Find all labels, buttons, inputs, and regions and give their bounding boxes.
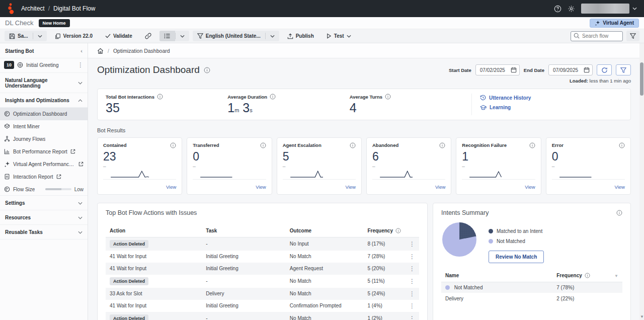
funnel-icon [630,33,636,39]
breadcrumb-page: Optimization Dashboard [113,48,170,54]
scrollbar-down-arrow[interactable]: ▼ [640,314,644,319]
flow-title-bar: DL Check New Home Virtual Agent [0,17,644,29]
info-icon[interactable] [395,228,401,233]
col-task[interactable]: Task [202,224,286,237]
info-icon[interactable] [439,142,445,148]
sidebar-item-virtual-agent-performance-report[interactable]: Virtual Agent Performance Report [0,158,88,171]
dashboard-content: Optimization Dashboard Start Date End Da… [88,58,644,320]
kebab-menu-icon[interactable]: ⋮ [77,61,84,68]
info-icon[interactable] [385,94,391,100]
home-icon[interactable] [97,48,104,54]
table-row[interactable]: Action Deleted - No Match 5 (11%) ⋮ [106,275,419,288]
version-button[interactable]: Version 22.0 [50,29,97,43]
info-icon[interactable] [260,142,266,148]
check-icon [105,34,111,38]
table-row[interactable]: 41 Wait for Input Initial Greeting Confi… [106,300,419,312]
calendar-icon[interactable] [584,67,590,73]
col-action[interactable]: Action [106,224,202,237]
sidebar-item-optimization-dashboard[interactable]: Optimization Dashboard [0,108,88,120]
user-name-placeholder [581,4,629,14]
learning-link[interactable]: Learning [480,105,622,110]
save-button[interactable]: Sa... [5,31,33,41]
table-row[interactable]: 33 Ask for Slot Delivery No Match 5 (24%… [106,288,419,300]
start-date-label: Start Date [449,67,471,73]
refresh-button[interactable] [597,64,612,75]
settings-gear-icon[interactable] [568,5,575,13]
col-frequency[interactable]: Frequency [552,269,610,282]
info-icon[interactable] [157,94,163,100]
node-count-badge: 10 [4,61,14,69]
info-icon[interactable] [204,67,210,73]
collapse-sidebar-icon[interactable]: ‹ [80,48,83,54]
table-row[interactable]: Not Matched 7 (78%) [441,282,622,293]
publish-button[interactable]: Publish [283,29,318,43]
breadcrumb: / Optimization Dashboard [88,43,644,58]
language-menu-button[interactable] [266,31,279,41]
kebab-menu-icon[interactable]: ⋮ [409,315,415,320]
kebab-menu-icon[interactable]: ⋮ [409,278,415,285]
review-no-match-button[interactable]: Review No Match [489,251,544,263]
section-nlu[interactable]: Natural Language Understanding [0,73,88,93]
dashboard-filter-button[interactable] [616,64,631,75]
calendar-icon[interactable] [511,67,517,73]
info-icon[interactable] [350,142,356,148]
view-link[interactable]: View [435,184,445,190]
info-icon[interactable] [616,210,622,216]
view-link[interactable]: View [346,184,356,190]
info-icon[interactable] [170,142,176,148]
section-resources[interactable]: Resources [0,210,88,225]
view-link[interactable]: View [615,184,625,190]
table-row[interactable]: Delivery 2 (22%) [441,293,622,304]
flow-size-value: Low [74,187,84,192]
result-card-error: Error 0 – View [546,137,631,195]
app-name[interactable]: Architect [21,5,45,12]
col-name[interactable]: Name [441,269,552,282]
info-icon[interactable] [619,142,625,148]
view-link[interactable]: View [256,184,266,190]
kebab-menu-icon[interactable]: ⋮ [409,253,415,260]
section-settings[interactable]: Settings [0,196,88,210]
scrollbar-thumb[interactable] [640,62,643,96]
actions-panel-title: Top Bot Flow Actions with Issues [106,209,419,216]
kebab-menu-icon[interactable]: ⋮ [409,290,415,297]
kebab-menu-icon[interactable]: ⋮ [409,241,415,248]
kebab-menu-icon[interactable]: ⋮ [409,302,415,309]
table-row[interactable]: Action Deleted - No Input 8 (17%) ⋮ [106,237,419,251]
table-row[interactable]: 41 Wait for Input Initial Greeting No Ma… [106,251,419,263]
user-menu[interactable] [581,4,637,14]
save-menu-button[interactable] [33,31,47,41]
info-icon[interactable] [270,94,276,100]
sidebar-item-bot-performance-report[interactable]: Bot Performance Report [0,145,88,158]
intent-miner-icon [4,123,10,129]
table-row[interactable]: 41 Wait for Input Initial Greeting Agent… [106,263,419,275]
language-button[interactable]: English (United State... [193,31,265,41]
utterance-history-link[interactable]: Utterance History [480,95,622,101]
chevron-down-icon [632,7,637,10]
view-link[interactable]: View [525,184,535,190]
sidebar-item-flow-size[interactable]: Flow Size Low [0,183,88,196]
table-row[interactable]: Action Deleted - No Match 1 (2%) ⋮ [106,312,419,320]
sort-icon[interactable]: ▼ [614,274,618,278]
action-deleted-badge: Action Deleted [110,277,148,285]
section-insights[interactable]: Insights and Optimizations [0,93,88,108]
vertical-scrollbar[interactable]: ▼ [639,43,644,320]
outline-view-button[interactable] [159,31,175,41]
test-button[interactable]: Test [322,29,356,43]
help-icon[interactable] [554,5,561,13]
info-icon[interactable] [529,142,535,148]
validate-button[interactable]: Validate [101,29,137,43]
virtual-agent-button[interactable]: Virtual Agent [590,19,639,28]
sidebar-item-interaction-report[interactable]: Interaction Report [0,171,88,183]
link-button[interactable] [140,29,156,43]
kebab-menu-icon[interactable]: ⋮ [409,265,415,272]
section-reusable-tasks[interactable]: Reusable Tasks [0,225,88,239]
sidebar-item-initial-greeting[interactable]: 10 Initial Greeting ⋮ [0,58,88,73]
col-outcome[interactable]: Outcome [286,224,364,237]
outline-menu-button[interactable] [176,31,189,41]
flow-filter-button[interactable] [626,31,639,41]
col-frequency[interactable]: Frequency [363,224,405,237]
sidebar-item-intent-miner[interactable]: Intent Miner [0,120,88,133]
info-icon[interactable] [585,273,590,278]
sidebar-item-journey-flows[interactable]: Journey Flows [0,133,88,145]
view-link[interactable]: View [166,184,176,190]
